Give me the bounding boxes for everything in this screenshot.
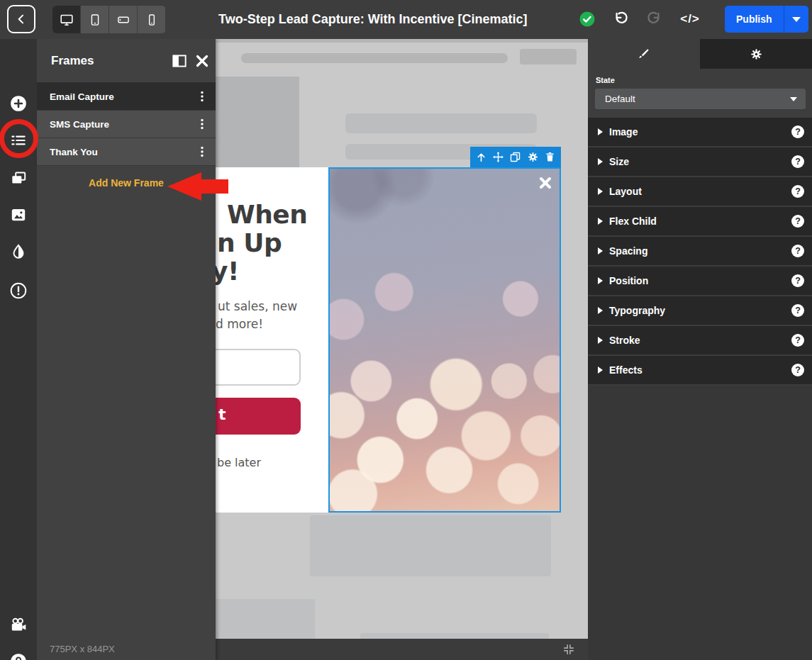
help-circle-icon[interactable]: ? bbox=[791, 215, 804, 228]
left-toolbar-rail: Justuno bbox=[0, 39, 37, 660]
site-skeleton-topstrip bbox=[216, 39, 588, 43]
selection-toolbar bbox=[470, 147, 561, 167]
frame-item-email-capture[interactable]: Email Capture bbox=[37, 83, 216, 111]
chevron-right-icon bbox=[598, 218, 603, 225]
settings-icon[interactable] bbox=[527, 151, 539, 163]
frames-panel-title: Frames bbox=[51, 54, 170, 68]
chevron-right-icon bbox=[598, 277, 603, 284]
site-skeleton-text-line-1 bbox=[345, 113, 537, 133]
video-tutorials-icon[interactable] bbox=[9, 616, 28, 634]
selected-image-element[interactable] bbox=[328, 167, 561, 513]
canvas-dimensions-label: 775PX x 844PX bbox=[50, 644, 115, 654]
chevron-right-icon bbox=[598, 367, 603, 374]
kebab-menu-icon[interactable] bbox=[197, 118, 207, 130]
frame-item-sms-capture[interactable]: SMS Capture bbox=[37, 111, 216, 138]
site-skeleton-content-block bbox=[310, 515, 551, 576]
popup-body-line: ut sales, new bbox=[218, 299, 297, 313]
chevron-right-icon bbox=[598, 307, 603, 314]
frame-item-thank-you[interactable]: Thank You bbox=[37, 138, 216, 166]
popup-close-icon[interactable] bbox=[537, 174, 554, 191]
accordion-section-effects[interactable]: Effects ? bbox=[588, 356, 812, 384]
move-icon[interactable] bbox=[492, 151, 504, 163]
custom-code-icon[interactable]: </> bbox=[679, 9, 701, 30]
popup-heading-line: n Up bbox=[217, 229, 282, 257]
frames-icon[interactable] bbox=[9, 169, 28, 187]
state-label: State bbox=[596, 76, 615, 84]
chevron-right-icon bbox=[598, 128, 603, 135]
delete-icon[interactable] bbox=[544, 151, 556, 163]
accordion-section-stroke[interactable]: Stroke ? bbox=[588, 326, 812, 354]
color-droplet-icon[interactable] bbox=[9, 242, 28, 261]
device-desktop-button[interactable] bbox=[52, 6, 80, 33]
accordion-section-layout[interactable]: Layout ? bbox=[588, 177, 812, 206]
accordion-section-typography[interactable]: Typography ? bbox=[588, 296, 812, 325]
popup-design-panel: When n Up y! ut sales, new d more! t be … bbox=[216, 167, 328, 513]
kebab-menu-icon[interactable] bbox=[197, 146, 207, 157]
popup-email-input[interactable] bbox=[216, 349, 301, 386]
help-icon[interactable] bbox=[9, 652, 28, 660]
popup-dismiss-link[interactable]: be later bbox=[217, 456, 261, 469]
frame-item-label: SMS Capture bbox=[50, 119, 109, 130]
chevron-right-icon bbox=[598, 247, 603, 255]
add-element-icon[interactable] bbox=[9, 94, 28, 113]
popup-submit-label: t bbox=[218, 405, 226, 423]
frame-item-label: Thank You bbox=[50, 147, 98, 157]
design-title: Two-Step Lead Capture: With Incentive [C… bbox=[218, 0, 528, 39]
frames-panel: Frames Email Capture SMS Capture Thank Y… bbox=[37, 39, 216, 660]
undo-icon[interactable] bbox=[610, 9, 631, 30]
tab-settings[interactable] bbox=[700, 39, 812, 69]
saved-check-icon bbox=[577, 9, 598, 30]
accordion-section-size[interactable]: Size ? bbox=[588, 147, 812, 176]
accordion-section-image[interactable]: Image ? bbox=[588, 118, 812, 146]
redo-icon[interactable] bbox=[644, 9, 665, 30]
design-canvas: When n Up y! ut sales, new d more! t be … bbox=[216, 39, 588, 660]
close-panel-icon[interactable] bbox=[193, 52, 211, 70]
popup-body-line: d more! bbox=[216, 317, 263, 331]
site-skeleton-nav-button bbox=[520, 49, 577, 65]
help-circle-icon[interactable]: ? bbox=[791, 155, 804, 168]
state-dropdown[interactable]: Default bbox=[595, 89, 806, 109]
duplicate-icon[interactable] bbox=[509, 151, 521, 163]
right-settings-panel: State Default Image ? Size ? Layout ? bbox=[588, 39, 812, 660]
help-circle-icon[interactable]: ? bbox=[791, 185, 804, 198]
frames-panel-header: Frames bbox=[37, 39, 216, 83]
style-accordion: Image ? Size ? Layout ? Flex Child ? Spa… bbox=[588, 118, 812, 386]
popup-heading-line: When bbox=[227, 201, 307, 229]
images-icon[interactable] bbox=[9, 206, 28, 224]
layers-list-icon[interactable] bbox=[9, 131, 28, 150]
accordion-section-flex-child[interactable]: Flex Child ? bbox=[588, 207, 812, 235]
site-skeleton-image-block bbox=[216, 77, 299, 167]
right-panel-tabs bbox=[588, 39, 812, 69]
help-circle-icon[interactable]: ? bbox=[791, 334, 804, 347]
help-circle-icon[interactable]: ? bbox=[791, 125, 804, 138]
state-section: State Default bbox=[588, 69, 812, 118]
tab-paint[interactable] bbox=[588, 39, 700, 69]
kebab-menu-icon[interactable] bbox=[197, 91, 207, 102]
back-button[interactable] bbox=[7, 5, 35, 33]
help-circle-icon[interactable]: ? bbox=[791, 245, 804, 257]
device-switcher bbox=[52, 6, 166, 33]
accordion-section-position[interactable]: Position ? bbox=[588, 267, 812, 295]
publish-button[interactable]: Publish bbox=[725, 6, 784, 33]
dock-panel-icon[interactable] bbox=[170, 52, 189, 70]
site-skeleton-footer-block bbox=[216, 599, 315, 639]
help-circle-icon[interactable]: ? bbox=[791, 364, 804, 376]
popup-heading-line: y! bbox=[216, 257, 239, 286]
top-bar: Two-Step Lead Capture: With Incentive [C… bbox=[0, 0, 812, 39]
move-up-icon[interactable] bbox=[475, 151, 487, 163]
popup-submit-button[interactable]: t bbox=[216, 398, 301, 435]
chevron-right-icon bbox=[598, 188, 603, 195]
help-circle-icon[interactable]: ? bbox=[791, 304, 804, 317]
fit-to-screen-icon[interactable] bbox=[561, 642, 577, 657]
device-phone-button[interactable] bbox=[138, 6, 165, 33]
help-circle-icon[interactable]: ? bbox=[791, 274, 804, 287]
chevron-down-icon bbox=[792, 17, 801, 22]
add-new-frame-link[interactable]: Add New Frame bbox=[37, 177, 216, 189]
site-skeleton-nav-line bbox=[241, 53, 508, 63]
accordion-section-spacing[interactable]: Spacing ? bbox=[588, 237, 812, 265]
device-tablet-button[interactable] bbox=[81, 6, 109, 33]
alerts-icon[interactable] bbox=[9, 281, 28, 300]
publish-dropdown-button[interactable] bbox=[784, 6, 808, 33]
device-tablet-landscape-button[interactable] bbox=[109, 6, 137, 33]
chevron-right-icon bbox=[598, 337, 603, 344]
